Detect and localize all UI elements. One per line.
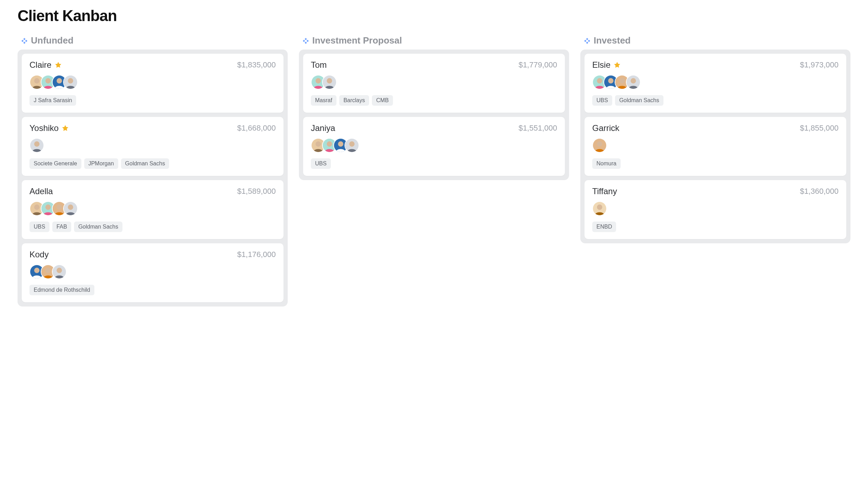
client-card[interactable]: Garrick$1,855,000 Nomura [585, 117, 846, 176]
svg-point-7 [45, 78, 51, 84]
column-header: Invested [580, 35, 850, 50]
card-name-wrap: Elsie [592, 60, 621, 70]
client-card[interactable]: Tom$1,779,000 MasrafBarclaysCMB [303, 54, 565, 113]
svg-point-33 [315, 78, 321, 84]
avatar[interactable] [63, 201, 78, 216]
tag[interactable]: ENBD [592, 222, 616, 232]
tag[interactable]: Goldman Sachs [615, 95, 663, 106]
card-header: Adella$1,589,000 [29, 186, 276, 196]
client-card[interactable]: Yoshiko $1,668,000 Societe GeneraleJPMor… [22, 117, 283, 176]
diamond-icon [584, 38, 590, 44]
column-body[interactable]: Claire $1,835,000 J Safra SarasinYoshiko… [18, 50, 288, 307]
avatar[interactable] [52, 264, 67, 279]
tag[interactable]: Societe Generale [29, 158, 81, 169]
card-header: Claire $1,835,000 [29, 60, 276, 70]
star-icon [61, 124, 69, 132]
svg-rect-47 [586, 41, 588, 44]
svg-point-23 [34, 268, 39, 273]
client-amount: $1,668,000 [237, 124, 276, 133]
tag[interactable]: UBS [311, 158, 331, 169]
svg-point-39 [327, 141, 332, 147]
client-card[interactable]: Kody$1,176,000 Edmond de Rothschild [22, 243, 283, 302]
svg-rect-28 [305, 38, 307, 40]
svg-rect-3 [23, 41, 25, 44]
client-amount: $1,779,000 [519, 60, 557, 70]
avatar[interactable] [63, 75, 78, 90]
column-title: Invested [594, 35, 631, 46]
tag-list: UBS [311, 158, 557, 169]
client-name: Adella [29, 186, 53, 196]
client-card[interactable]: Janiya$1,551,000 UBS [303, 117, 565, 176]
avatar[interactable] [29, 138, 44, 153]
avatar[interactable] [592, 201, 607, 216]
tag[interactable]: UBS [29, 222, 49, 232]
tag-list: UBSGoldman Sachs [592, 95, 839, 106]
tag[interactable]: UBS [592, 95, 612, 106]
star-icon [54, 61, 62, 69]
svg-point-37 [315, 141, 321, 147]
avatar-group [592, 138, 839, 153]
card-name-wrap: Janiya [311, 123, 335, 133]
client-name: Garrick [592, 123, 619, 133]
avatar[interactable] [322, 75, 337, 90]
column-body[interactable]: Elsie $1,973,000 UBSGoldman SachsGarrick… [580, 50, 850, 243]
client-card[interactable]: Tiffany$1,360,000 ENBD [585, 180, 846, 239]
tag-list: Societe GeneraleJPMorganGoldman Sachs [29, 158, 276, 169]
avatar[interactable] [345, 138, 359, 153]
svg-point-57 [597, 141, 602, 147]
svg-point-35 [327, 78, 332, 84]
client-card[interactable]: Elsie $1,973,000 UBSGoldman Sachs [585, 54, 846, 113]
svg-point-21 [68, 205, 73, 210]
svg-point-59 [597, 205, 602, 210]
svg-point-9 [56, 78, 62, 84]
card-header: Tom$1,779,000 [311, 60, 557, 70]
svg-rect-0 [23, 38, 25, 40]
avatar-group [29, 264, 276, 279]
diamond-icon [21, 38, 27, 44]
client-amount: $1,589,000 [237, 187, 276, 196]
svg-point-13 [34, 141, 39, 147]
tag-list: UBSFABGoldman Sachs [29, 222, 276, 232]
column-body[interactable]: Tom$1,779,000 MasrafBarclaysCMBJaniya$1,… [299, 50, 569, 180]
client-amount: $1,973,000 [800, 60, 839, 70]
card-name-wrap: Garrick [592, 123, 619, 133]
client-name: Claire [29, 60, 52, 70]
client-card[interactable]: Adella$1,589,000 UBSFABGoldman Sachs [22, 180, 283, 239]
kanban-column: UnfundedClaire $1,835,000 J Safra Sarasi… [18, 35, 288, 307]
svg-point-15 [34, 205, 39, 210]
tag[interactable]: CMB [372, 95, 393, 106]
card-header: Elsie $1,973,000 [592, 60, 839, 70]
tag[interactable]: Goldman Sachs [74, 222, 122, 232]
client-name: Elsie [592, 60, 610, 70]
svg-rect-29 [303, 40, 305, 42]
tag[interactable]: JPMorgan [84, 158, 118, 169]
tag-list: Edmond de Rothschild [29, 285, 276, 295]
card-name-wrap: Yoshiko [29, 123, 69, 133]
tag[interactable]: Nomura [592, 158, 621, 169]
avatar[interactable] [592, 138, 607, 153]
client-amount: $1,176,000 [237, 250, 276, 259]
svg-point-49 [597, 78, 602, 84]
avatar-group [29, 75, 276, 90]
client-name: Kody [29, 250, 49, 259]
svg-point-53 [619, 78, 625, 84]
tag[interactable]: Goldman Sachs [121, 158, 169, 169]
page-title: Client Kanban [18, 7, 850, 25]
tag[interactable]: Masraf [311, 95, 336, 106]
tag[interactable]: Edmond de Rothschild [29, 285, 94, 295]
avatar-group [29, 138, 276, 153]
tag[interactable]: Barclays [339, 95, 369, 106]
tag[interactable]: J Safra Sarasin [29, 95, 76, 106]
tag[interactable]: FAB [52, 222, 71, 232]
tag-list: MasrafBarclaysCMB [311, 95, 557, 106]
client-card[interactable]: Claire $1,835,000 J Safra Sarasin [22, 54, 283, 113]
card-header: Yoshiko $1,668,000 [29, 123, 276, 133]
card-header: Tiffany$1,360,000 [592, 186, 839, 196]
avatar[interactable] [626, 75, 641, 90]
card-name-wrap: Adella [29, 186, 53, 196]
tag-list: J Safra Sarasin [29, 95, 276, 106]
client-name: Tom [311, 60, 327, 70]
svg-point-27 [56, 268, 62, 273]
kanban-board: UnfundedClaire $1,835,000 J Safra Sarasi… [18, 35, 850, 307]
svg-point-11 [68, 78, 73, 84]
